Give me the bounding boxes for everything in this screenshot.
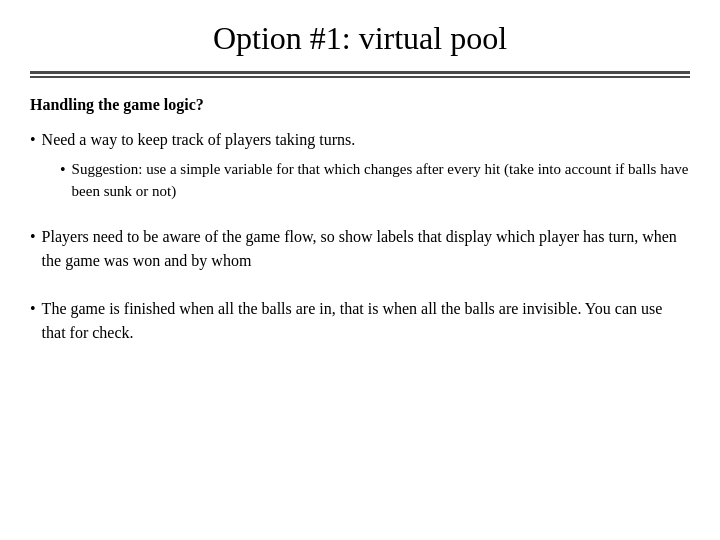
bullet-text-3: The game is finished when all the balls … xyxy=(42,297,690,345)
slide: Option #1: virtual pool Handling the gam… xyxy=(0,0,720,540)
bullet-text-1: Need a way to keep track of players taki… xyxy=(42,128,356,152)
bullet-section-2: • Players need to be aware of the game f… xyxy=(30,225,690,279)
bullet-text-2: Players need to be aware of the game flo… xyxy=(42,225,690,273)
sub-bullet-section-1: • Suggestion: use a simple variable for … xyxy=(60,158,690,203)
bullet-section-3: • The game is finished when all the ball… xyxy=(30,297,690,351)
divider-thin xyxy=(30,76,690,78)
sub-bullet-dot-1: • xyxy=(60,158,66,182)
section-heading: Handling the game logic? xyxy=(30,96,690,114)
bullet-item-1: • Need a way to keep track of players ta… xyxy=(30,128,690,152)
bullet-item-3: • The game is finished when all the ball… xyxy=(30,297,690,345)
bullet-dot-3: • xyxy=(30,297,36,321)
slide-title: Option #1: virtual pool xyxy=(30,20,690,57)
divider-thick xyxy=(30,71,690,74)
sub-bullet-text-1: Suggestion: use a simple variable for th… xyxy=(72,158,690,203)
bullet-dot-2: • xyxy=(30,225,36,249)
title-area: Option #1: virtual pool xyxy=(30,20,690,63)
sub-bullet-item-1: • Suggestion: use a simple variable for … xyxy=(60,158,690,203)
bullet-section-1: • Need a way to keep track of players ta… xyxy=(30,128,690,207)
divider-container xyxy=(30,71,690,78)
content-area: Handling the game logic? • Need a way to… xyxy=(30,96,690,521)
bullet-item-2: • Players need to be aware of the game f… xyxy=(30,225,690,273)
bullet-dot-1: • xyxy=(30,128,36,152)
